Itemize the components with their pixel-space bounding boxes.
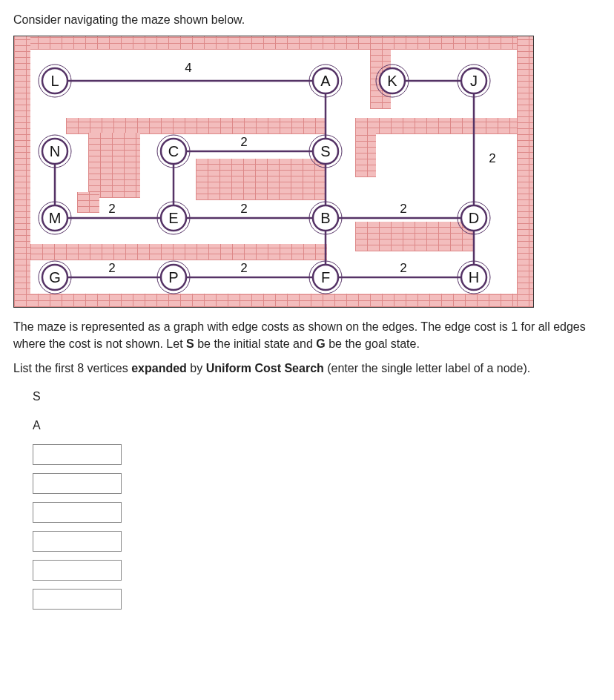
- svg-text:F: F: [321, 269, 330, 285]
- answer-item-4: [33, 472, 601, 495]
- svg-text:P: P: [168, 269, 178, 285]
- node-F: F: [309, 261, 342, 294]
- node-H: H: [458, 261, 490, 294]
- svg-text:2: 2: [108, 261, 115, 275]
- answer-item-8: [33, 587, 601, 611]
- svg-text:B: B: [320, 210, 330, 226]
- node-J: J: [458, 65, 490, 97]
- node-N: N: [39, 135, 71, 168]
- svg-text:C: C: [168, 143, 179, 159]
- intro-text: Consider navigating the maze shown below…: [13, 13, 601, 27]
- svg-text:2: 2: [489, 151, 495, 165]
- node-M: M: [39, 202, 71, 234]
- svg-text:G: G: [49, 269, 61, 285]
- answer-item-1: S: [33, 385, 601, 409]
- svg-text:2: 2: [108, 202, 115, 216]
- svg-text:L: L: [50, 73, 59, 89]
- svg-text:N: N: [50, 143, 60, 159]
- svg-text:2: 2: [240, 202, 247, 216]
- answer-fixed-2: A: [33, 419, 41, 432]
- svg-text:K: K: [387, 73, 397, 89]
- svg-text:A: A: [320, 73, 331, 89]
- svg-text:D: D: [469, 210, 479, 226]
- maze-graph-svg: 4 2 2 2 2 2 2 2 2 L A K J N C S M E B D …: [14, 36, 533, 307]
- answer-input-4[interactable]: [33, 473, 122, 494]
- svg-text:J: J: [470, 73, 478, 89]
- answer-input-6[interactable]: [33, 531, 122, 552]
- node-B: B: [309, 202, 342, 234]
- maze-figure: 4 2 2 2 2 2 2 2 2 L A K J N C S M E B D …: [13, 36, 534, 308]
- node-D: D: [458, 202, 490, 234]
- svg-text:2: 2: [400, 202, 406, 216]
- node-C: C: [157, 135, 190, 168]
- node-E: E: [157, 202, 190, 234]
- answer-input-5[interactable]: [33, 502, 122, 523]
- answer-input-7[interactable]: [33, 560, 122, 581]
- explanation-2: List the first 8 vertices expanded by Un…: [13, 360, 601, 377]
- answer-item-6: [33, 529, 601, 553]
- svg-text:S: S: [320, 143, 330, 159]
- node-K: K: [376, 65, 409, 97]
- svg-text:2: 2: [400, 261, 406, 275]
- node-P: P: [157, 261, 190, 294]
- answer-item-3: [33, 443, 601, 466]
- svg-text:M: M: [49, 210, 62, 226]
- answer-fixed-1: S: [33, 390, 41, 403]
- svg-text:H: H: [469, 269, 479, 285]
- answer-item-7: [33, 558, 601, 582]
- svg-text:E: E: [168, 210, 178, 226]
- svg-text:4: 4: [185, 61, 191, 75]
- node-A: A: [309, 65, 342, 97]
- answer-input-8[interactable]: [33, 589, 122, 610]
- explanation-1: The maze is represented as a graph with …: [13, 318, 601, 352]
- svg-text:2: 2: [240, 135, 247, 149]
- answer-list: S A: [13, 385, 601, 611]
- node-L: L: [39, 65, 71, 97]
- answer-input-3[interactable]: [33, 444, 122, 465]
- answer-item-5: [33, 501, 601, 524]
- svg-text:2: 2: [240, 261, 247, 275]
- node-G: G: [39, 261, 71, 294]
- node-S: S: [309, 135, 342, 168]
- answer-item-2: A: [33, 414, 601, 438]
